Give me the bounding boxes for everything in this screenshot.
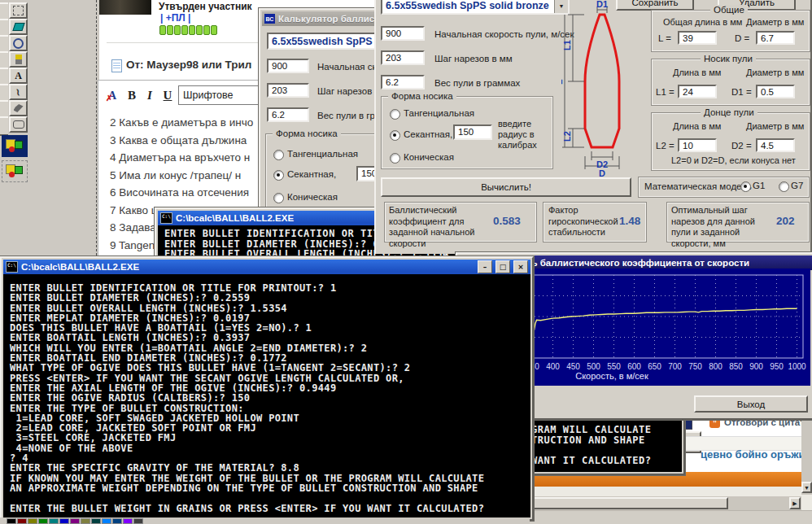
post-header: От: Маузер98 или Трил <box>126 59 251 71</box>
maximize-button[interactable]: □ <box>495 260 510 273</box>
x-tick-label: 1000 <box>785 362 810 371</box>
tool-magnifier-button[interactable] <box>9 35 28 51</box>
font-combo-value: Шрифтове <box>179 90 233 101</box>
palette-color[interactable] <box>112 518 122 524</box>
underline-button[interactable]: U <box>160 87 175 103</box>
cube-icon <box>15 141 23 149</box>
exit-button[interactable]: Выход <box>694 395 808 413</box>
tool-ellipse-button[interactable] <box>0 116 8 136</box>
twist-field[interactable]: 203 <box>267 83 309 98</box>
conical-radio[interactable] <box>390 153 400 164</box>
palette-color[interactable] <box>133 518 143 524</box>
D2-field[interactable]: 4.5 <box>756 138 795 152</box>
activity-dot <box>211 25 217 35</box>
palette-color[interactable] <box>70 518 80 524</box>
D1-field[interactable]: 0.5 <box>756 85 795 98</box>
console-line: AN APPROXIMATE WEIGHT DEPENDING ON THE T… <box>10 483 524 493</box>
palette-color[interactable] <box>81 518 90 524</box>
scroll-right-button[interactable]: ▶ <box>789 497 801 509</box>
minimize-button[interactable]: – <box>478 260 492 273</box>
activity-dot <box>189 25 195 35</box>
conical-radio[interactable] <box>273 193 284 203</box>
palette-color[interactable] <box>17 518 27 524</box>
tool-curve-button[interactable]: ~ <box>9 84 28 100</box>
dim-label-d1: D1 <box>596 0 608 9</box>
palette-color[interactable] <box>28 518 37 524</box>
close-button[interactable]: × <box>513 260 528 273</box>
palette-color[interactable] <box>102 518 111 524</box>
scroll-down-button[interactable]: ▼ <box>801 482 812 493</box>
palette-color[interactable] <box>59 518 69 524</box>
velocity-label: Начальная скорость пули, м/сек <box>434 29 574 39</box>
weight-field[interactable]: 6.2 <box>381 75 425 90</box>
console-output[interactable]: ENTER BULLET IDENTIFICATION OR TITLE FOR… <box>3 274 530 517</box>
activity-dot <box>174 25 181 35</box>
bold-button[interactable]: B <box>124 87 139 103</box>
secant-label: Секантная, <box>404 129 452 139</box>
nose-dims-group: Носик пули Длина в мм Диаметр в мм L1 = … <box>651 59 810 106</box>
console-icon <box>6 261 18 273</box>
radius-field[interactable]: 150 <box>453 124 492 140</box>
compute-button[interactable]: Вычислить! <box>381 177 631 197</box>
palette-color[interactable] <box>7 518 16 524</box>
palette-color[interactable] <box>49 518 59 524</box>
tool-text-button[interactable]: A <box>9 68 28 84</box>
palette-color[interactable] <box>38 518 48 524</box>
title-bar[interactable]: C:\bcalc\BALL\BALL2.EXE – □ × <box>3 260 530 274</box>
tool-polygon-button[interactable] <box>9 100 28 116</box>
tool-fill-button[interactable] <box>9 19 28 35</box>
weight-label: Вес пули в граммах <box>434 78 520 88</box>
L-field[interactable]: 39 <box>678 31 717 45</box>
console-line <box>10 493 524 503</box>
tool-rounded-rect-button[interactable] <box>9 116 28 133</box>
tangent-radio[interactable] <box>390 109 400 120</box>
velocity-field[interactable]: 900 <box>381 26 425 41</box>
curve-icon: ~ <box>11 86 25 98</box>
col-header: Длина в мм <box>673 121 721 131</box>
g1-radio[interactable] <box>740 181 751 192</box>
dim-label-l: L <box>561 79 564 85</box>
brush-icon <box>15 55 22 64</box>
bullet-select[interactable]: 6.5x55swedish SpPS solid bronze ▼ <box>381 0 570 15</box>
base-dims-group: Донце пули Длина в мм Диаметр в мм L2 = … <box>651 112 810 171</box>
velocity-field[interactable]: 900 <box>267 59 309 73</box>
tool-brush-button[interactable] <box>9 51 28 68</box>
app-icon-2[interactable] <box>2 160 28 182</box>
console-line: 4=NONE OF THE ABOVE <box>10 443 524 453</box>
font-format-button[interactable]: A✗ <box>105 89 120 103</box>
tool-select-button[interactable] <box>9 2 28 19</box>
L2-field[interactable]: 10 <box>678 138 717 152</box>
select-icon <box>13 6 24 15</box>
tangent-radio[interactable] <box>273 150 284 160</box>
window-title: C:\bcalc\BALL\BALL2.EXE <box>21 262 474 272</box>
stability-result-label: Фактор гироскопической стабильности <box>548 205 612 238</box>
D-field[interactable]: 6.7 <box>756 31 795 45</box>
L1-field[interactable]: 24 <box>678 85 717 98</box>
g7-radio[interactable] <box>779 181 789 192</box>
paint-color-palette[interactable] <box>0 517 530 524</box>
weight-field[interactable]: 6.2 <box>267 107 309 122</box>
app-icon-1[interactable] <box>2 135 28 157</box>
member-badge[interactable]: | +ПЛ | <box>160 12 190 24</box>
group-title: Общие <box>710 5 748 15</box>
scrollbar-thumb[interactable] <box>530 497 728 509</box>
palette-color[interactable] <box>91 518 101 524</box>
category-link[interactable]: цевно бойно оръжие <box>701 448 811 461</box>
base-note: L2=0 и D2=D, если конуса нет <box>671 155 796 165</box>
calculator-panel: 6.5x55swedish SpPS solid bronze ▼ Сохран… <box>374 0 812 254</box>
twist-field[interactable]: 203 <box>381 50 425 65</box>
group-title: Форма носика <box>388 91 456 101</box>
palette-color[interactable] <box>123 518 133 524</box>
italic-button[interactable]: I <box>142 87 157 103</box>
bc-result-label: Баллистический коэффициент для заданной … <box>389 205 488 249</box>
avatar <box>99 0 151 15</box>
secant-radio[interactable] <box>390 130 400 141</box>
font-color-icon: A✗ <box>108 90 116 103</box>
bc-result-value: 0.583 <box>493 215 521 227</box>
math-model-label: Математическая модель <box>644 181 752 191</box>
tangent-label: Тангенциальная <box>287 149 358 159</box>
horizontal-scrollbar[interactable]: ▶ <box>527 496 801 510</box>
secant-radio[interactable] <box>273 170 284 181</box>
cube-icon <box>9 146 15 152</box>
col-header: Диаметр в мм <box>746 121 804 131</box>
